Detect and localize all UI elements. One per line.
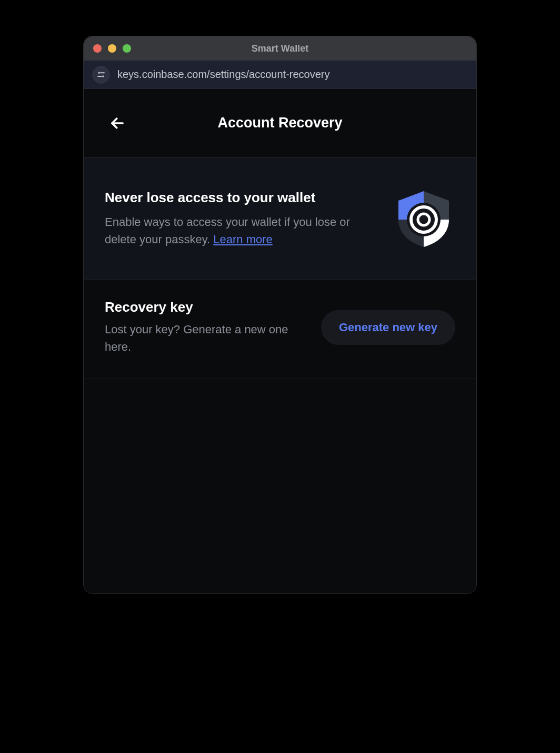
minimize-window-button[interactable] (108, 44, 116, 53)
info-heading: Never lose access to your wallet (105, 190, 379, 206)
generate-new-key-button[interactable]: Generate new key (321, 310, 455, 345)
svg-point-0 (98, 72, 100, 73)
back-button[interactable] (107, 113, 128, 134)
app-window: Smart Wallet keys.coinbase.com/settings/… (83, 36, 477, 594)
recovery-key-card: Recovery key Lost your key? Generate a n… (84, 280, 476, 379)
learn-more-link[interactable]: Learn more (213, 233, 273, 246)
info-text: Never lose access to your wallet Enable … (105, 190, 379, 248)
svg-point-3 (102, 75, 104, 77)
maximize-window-button[interactable] (123, 44, 131, 53)
recovery-heading: Recovery key (105, 299, 311, 315)
arrow-left-icon (109, 115, 125, 131)
shield-icon (392, 187, 455, 250)
info-body: Enable ways to access your wallet if you… (105, 213, 379, 248)
recovery-text: Recovery key Lost your key? Generate a n… (105, 299, 311, 355)
site-settings-icon[interactable] (92, 66, 110, 84)
address-bar[interactable]: keys.coinbase.com/settings/account-recov… (84, 61, 476, 89)
window-controls (84, 44, 131, 53)
window-title: Smart Wallet (84, 43, 476, 54)
close-window-button[interactable] (93, 44, 102, 53)
page-content: Account Recovery Never lose access to yo… (84, 89, 476, 593)
titlebar: Smart Wallet (84, 36, 476, 61)
page-header: Account Recovery (84, 89, 476, 157)
page-title: Account Recovery (84, 115, 476, 131)
info-card: Never lose access to your wallet Enable … (84, 157, 476, 280)
url-text: keys.coinbase.com/settings/account-recov… (117, 68, 330, 81)
recovery-body: Lost your key? Generate a new one here. (105, 321, 311, 355)
